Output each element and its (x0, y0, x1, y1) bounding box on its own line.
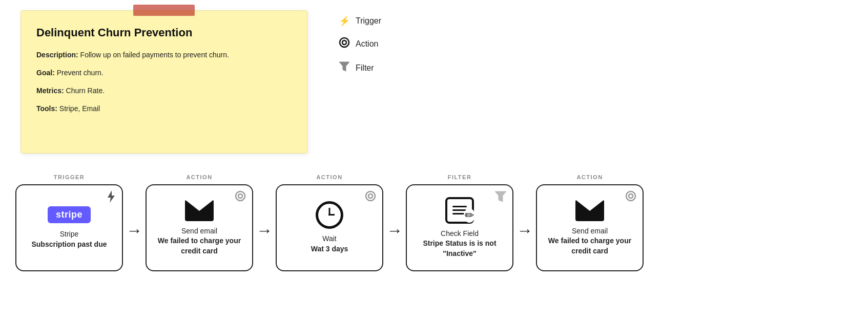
legend-filter-label: Filter (356, 63, 374, 73)
filter-legend-icon (338, 61, 350, 75)
svg-point-9 (626, 191, 635, 201)
sticky-field-tools: Tools: Stripe, Email (36, 103, 292, 114)
step-label-action-2: ACTION (576, 174, 603, 180)
svg-point-1 (342, 40, 346, 45)
svg-point-10 (629, 194, 633, 198)
legend-action-label: Action (356, 39, 378, 49)
doc-line-2 (452, 209, 467, 211)
flow-step-wait: ACTION Wait Wat 3 days (276, 174, 383, 271)
field-label-tools: Tools: (36, 104, 57, 113)
step-label-action-1: ACTION (186, 174, 212, 180)
step-label-trigger: TRIGGER (54, 174, 85, 180)
step-card-action-1[interactable]: Send email We failed to charge your cred… (146, 184, 253, 271)
svg-marker-3 (108, 190, 115, 203)
sticky-field-metrics: Metrics: Churn Rate. (36, 85, 292, 96)
action-corner-icon-1 (235, 190, 246, 204)
flow-step-trigger: TRIGGER stripe Stripe Subscription past … (15, 174, 123, 271)
svg-marker-8 (495, 191, 506, 202)
doc-lines (452, 206, 467, 214)
clock-icon (316, 201, 343, 229)
sticky-field-description: Description: Follow up on failed payment… (36, 50, 292, 60)
step-card-filter[interactable]: Check Field Stripe Status is is not "Ina… (406, 184, 513, 271)
svg-marker-2 (339, 62, 349, 71)
action-corner-icon-3 (625, 190, 636, 204)
legend-action: Action (338, 37, 381, 51)
step-card-action-2[interactable]: Send email We failed to charge your cred… (536, 184, 644, 271)
arrow-1: → (126, 221, 142, 240)
field-value-goal: Prevent churn. (57, 69, 104, 77)
svg-point-4 (236, 191, 245, 201)
top-section: Delinquent Churn Prevention Description:… (0, 0, 868, 159)
action-legend-icon (338, 37, 350, 51)
sticky-tape (133, 5, 195, 16)
step-label-wait: ACTION (316, 174, 342, 180)
sticky-field-goal: Goal: Prevent churn. (36, 68, 292, 78)
sticky-note-title: Delinquent Churn Prevention (36, 26, 292, 39)
card-title-trigger: Stripe Subscription past due (31, 229, 107, 249)
envelope-icon-2 (575, 200, 604, 221)
flow-step-action-1: ACTION Send email We failed to charge yo… (146, 174, 253, 271)
legend-trigger-label: Trigger (356, 16, 381, 26)
svg-point-0 (340, 38, 349, 47)
arrow-3: → (386, 221, 403, 240)
trigger-icon: ⚡ (338, 15, 350, 27)
doc-line-3 (452, 213, 467, 214)
arrow-4: → (516, 221, 533, 240)
doc-line-1 (452, 206, 467, 207)
flow-step-filter: FILTER Check Field Stripe Status is is n… (406, 174, 513, 271)
legend-trigger: ⚡ Trigger (338, 15, 381, 27)
field-label-goal: Goal: (36, 69, 55, 77)
svg-point-7 (368, 194, 373, 198)
step-label-filter: FILTER (448, 174, 472, 180)
field-label-description: Description: (36, 51, 78, 59)
field-value-tools: Stripe, Email (59, 104, 100, 113)
svg-point-5 (238, 194, 242, 198)
step-card-wait[interactable]: Wait Wat 3 days (276, 184, 383, 271)
field-value-metrics: Churn Rate. (66, 87, 105, 95)
arrow-2: → (256, 221, 273, 240)
check-field-icon (445, 197, 474, 224)
action-corner-icon-2 (365, 190, 376, 204)
field-label-metrics: Metrics: (36, 87, 64, 95)
legend-filter: Filter (338, 61, 381, 75)
card-title-wait: Wait Wat 3 days (311, 234, 348, 254)
field-value-description: Follow up on failed payments to prevent … (80, 51, 229, 59)
lightning-corner-icon (107, 190, 116, 206)
legend: ⚡ Trigger Action Filter (338, 10, 381, 154)
card-title-action-2: Send email We failed to charge your cred… (544, 226, 635, 256)
envelope-icon-1 (185, 200, 214, 221)
svg-point-6 (366, 191, 375, 201)
card-title-action-1: Send email We failed to charge your cred… (154, 226, 245, 256)
filter-corner-icon (495, 190, 506, 205)
flow-step-action-2: ACTION Send email We failed to charge yo… (536, 174, 644, 271)
step-card-trigger[interactable]: stripe Stripe Subscription past due (15, 184, 123, 271)
card-title-filter: Check Field Stripe Status is is not "Ina… (414, 229, 505, 259)
flow-section: TRIGGER stripe Stripe Subscription past … (0, 164, 868, 282)
sticky-note: Delinquent Churn Prevention Description:… (20, 10, 307, 154)
stripe-logo: stripe (48, 206, 91, 223)
